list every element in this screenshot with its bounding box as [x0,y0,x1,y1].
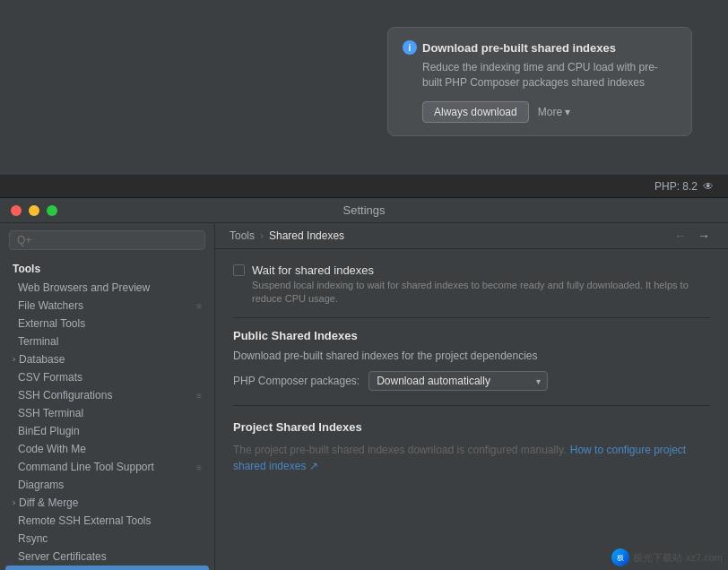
sidebar-item-remote-ssh[interactable]: Remote SSH External Tools [0,512,214,530]
php-version: PHP: 8.2 👁 [654,180,714,193]
search-box [0,223,214,257]
watermark: 极 极光下载站 xz7.com [611,548,723,566]
sidebar-item-code-with-me[interactable]: Code With Me [0,440,214,458]
wait-label-text: Wait for shared indexes [252,263,374,277]
php-composer-row: PHP Composer packages: Download automati… [233,371,710,391]
project-shared-indexes-header: Project Shared Indexes [233,420,710,434]
sidebar-item-web-browsers[interactable]: Web Browsers and Preview [0,279,214,297]
sidebar-item-ssh-configurations[interactable]: SSH Configurations ≡ [0,386,214,404]
watermark-text: 极光下载站 [633,551,682,565]
wait-for-indexes-row: Wait for shared indexes Suspend local in… [233,263,710,307]
sidebar-item-external-tools[interactable]: External Tools [0,315,214,332]
eye-icon[interactable]: 👁 [703,180,714,193]
info-icon: i [403,40,417,55]
wait-description: Suspend local indexing to wait for share… [252,279,710,307]
indicator-icon: ≡ [196,301,202,311]
sidebar: Tools Web Browsers and Preview File Watc… [0,223,215,570]
settings-content: Wait for shared indexes Suspend local in… [215,249,728,488]
chevron-icon: › [13,355,15,364]
nav-buttons: ← → [671,229,714,243]
nav-back-button[interactable]: ← [671,229,690,243]
project-shared-indexes-grayed: The project pre-built shared indexes dow… [233,444,566,456]
sidebar-item-diff-merge[interactable]: › Diff & Merge [0,494,214,512]
sidebar-item-diagrams[interactable]: Diagrams [0,476,214,494]
wait-checkbox[interactable] [233,264,245,276]
search-input[interactable] [9,230,205,250]
public-shared-indexes-desc: Download pre-built shared indexes for th… [233,350,710,362]
wait-for-indexes-container: Wait for shared indexes Suspend local in… [233,263,710,307]
main-toolbar: Tools › Shared Indexes ← → [215,223,728,249]
indicator-icon-cli: ≡ [196,462,202,472]
nav-forward-button[interactable]: → [694,229,714,243]
php-bar: PHP: 8.2 👁 [0,175,728,198]
main-panel: Tools › Shared Indexes ← → Wait for shar… [215,223,728,570]
traffic-light-maximize[interactable] [47,205,57,216]
window-titlebar: Settings [0,198,728,223]
notification-popup: i Download pre-built shared indexes Redu… [387,27,692,136]
sidebar-item-bined-plugin[interactable]: BinEd Plugin [0,422,214,440]
window-title: Settings [343,203,386,217]
indicator-icon-ssh: ≡ [196,391,202,401]
watermark-logo: 极 [611,548,629,566]
divider [233,317,710,318]
breadcrumb-separator: › [260,229,264,242]
chevron-icon-diff: › [13,498,15,507]
divider-2 [233,405,710,406]
sidebar-item-csv-formats[interactable]: CSV Formats [0,368,214,386]
php-composer-select[interactable]: Download automatically Always download D… [368,371,548,391]
breadcrumb-current: Shared Indexes [269,229,344,242]
always-download-button[interactable]: Always download [422,101,529,123]
breadcrumb: Tools › Shared Indexes [230,229,663,242]
project-shared-indexes-section: Project Shared Indexes The project pre-b… [233,420,710,473]
settings-window: Settings Tools Web Browsers and Preview … [0,198,728,570]
sidebar-item-command-line[interactable]: Command Line Tool Support ≡ [0,458,214,476]
breadcrumb-parent[interactable]: Tools [230,229,255,242]
notification-title: Download pre-built shared indexes [422,41,616,55]
php-composer-label: PHP Composer packages: [233,375,360,387]
php-composer-select-wrapper: Download automatically Always download D… [368,371,548,391]
php-version-text: PHP: 8.2 [654,180,698,193]
top-area: i Download pre-built shared indexes Redu… [0,0,728,175]
sidebar-item-shared-indexes[interactable]: Shared Indexes [5,566,209,570]
sidebar-section-title: Tools [0,257,214,279]
traffic-light-minimize[interactable] [29,205,39,216]
sidebar-item-ssh-terminal[interactable]: SSH Terminal [0,404,214,422]
notification-description: Reduce the indexing time and CPU load wi… [403,60,677,91]
watermark-url: xz7.com [686,552,723,563]
sidebar-item-file-watchers[interactable]: File Watchers ≡ [0,297,214,315]
sidebar-item-server-certificates[interactable]: Server Certificates [0,548,214,566]
wait-checkbox-label[interactable]: Wait for shared indexes [233,263,710,277]
settings-body: Tools Web Browsers and Preview File Watc… [0,223,728,570]
sidebar-item-database[interactable]: › Database [0,350,214,368]
sidebar-item-rsync[interactable]: Rsync [0,530,214,548]
public-shared-indexes-header: Public Shared Indexes [233,329,710,342]
notification-header: i Download pre-built shared indexes [403,40,677,55]
notification-actions: Always download More ▾ [403,101,677,123]
sidebar-item-terminal[interactable]: Terminal [0,332,214,350]
more-button[interactable]: More ▾ [538,106,570,118]
traffic-light-close[interactable] [11,205,22,216]
